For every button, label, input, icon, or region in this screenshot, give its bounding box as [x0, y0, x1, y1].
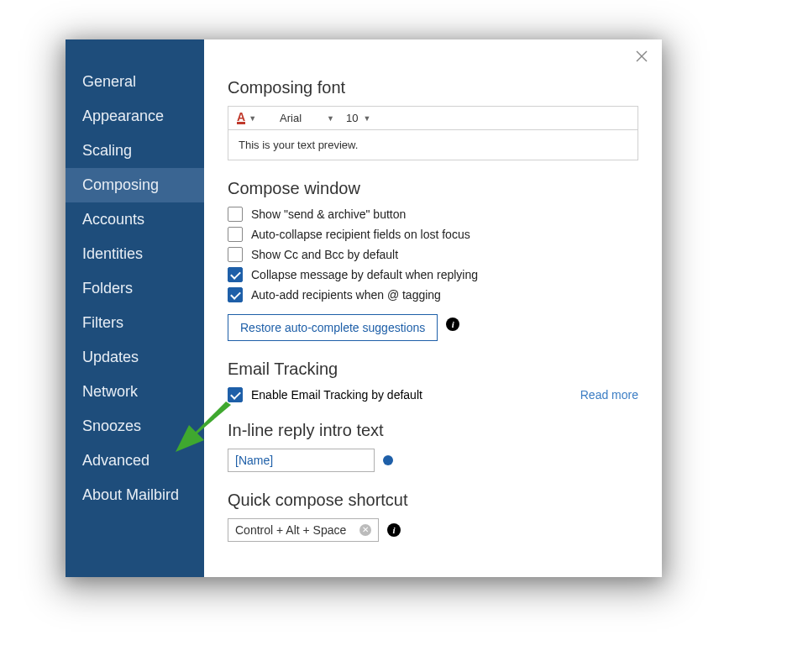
- shortcut-value: Control + Alt + Space: [235, 523, 346, 537]
- sidebar-item-snoozes[interactable]: Snoozes: [66, 409, 204, 444]
- font-size-value: 10: [346, 112, 358, 124]
- checkbox-cc-bcc[interactable]: [228, 247, 243, 262]
- sidebar-item-filters[interactable]: Filters: [66, 306, 204, 340]
- sidebar-item-about[interactable]: About Mailbird: [66, 478, 204, 512]
- clear-icon[interactable]: ✕: [359, 524, 371, 536]
- chevron-down-icon: ▼: [327, 114, 334, 123]
- sidebar-item-appearance[interactable]: Appearance: [66, 99, 204, 134]
- shortcut-input[interactable]: Control + Alt + Space ✕: [228, 518, 379, 542]
- option-label: Auto-add recipients when @ tagging: [251, 288, 441, 302]
- option-auto-collapse: Auto-collapse recipient fields on lost f…: [228, 227, 638, 242]
- checkbox-collapse-reply[interactable]: [228, 267, 243, 282]
- close-button[interactable]: [633, 50, 650, 66]
- compose-window-title: Compose window: [228, 179, 638, 198]
- sidebar-item-identities[interactable]: Identities: [66, 237, 204, 271]
- read-more-link[interactable]: Read more: [580, 388, 638, 402]
- quick-compose-title: Quick compose shortcut: [228, 491, 638, 510]
- info-icon[interactable]: i: [446, 318, 459, 331]
- sidebar-item-general[interactable]: General: [66, 65, 204, 99]
- restore-suggestions-button[interactable]: Restore auto-complete suggestions: [228, 314, 438, 341]
- inline-reply-input[interactable]: [228, 449, 375, 472]
- font-size-dropdown[interactable]: 10 ▼: [346, 112, 370, 124]
- shortcut-row: Control + Alt + Space ✕ i: [228, 518, 638, 542]
- checkbox-auto-add[interactable]: [228, 287, 243, 302]
- option-label: Enable Email Tracking by default: [251, 388, 422, 402]
- option-send-archive: Show "send & archive" button: [228, 207, 638, 222]
- main-panel: Composing font A ▼ Arial ▼ 10 ▼ This is …: [204, 39, 662, 577]
- option-cc-bcc: Show Cc and Bcc by default: [228, 247, 638, 262]
- inline-reply-title: In-line reply intro text: [228, 421, 638, 440]
- tracking-row: Enable Email Tracking by default Read mo…: [228, 387, 638, 402]
- sidebar-item-scaling[interactable]: Scaling: [66, 134, 204, 168]
- sidebar-item-composing[interactable]: Composing: [66, 168, 204, 202]
- sidebar-item-network[interactable]: Network: [66, 375, 204, 409]
- sidebar-item-folders[interactable]: Folders: [66, 271, 204, 306]
- composing-font-title: Composing font: [228, 78, 638, 97]
- font-family-dropdown[interactable]: Arial ▼: [280, 112, 334, 124]
- checkbox-email-tracking[interactable]: [228, 387, 243, 402]
- sidebar: General Appearance Scaling Composing Acc…: [66, 39, 204, 577]
- inline-reply-row: [228, 449, 638, 472]
- email-tracking-title: Email Tracking: [228, 360, 638, 379]
- settings-dialog: General Appearance Scaling Composing Acc…: [66, 39, 662, 577]
- font-family-value: Arial: [280, 112, 302, 124]
- font-preview: This is your text preview.: [228, 130, 638, 160]
- close-icon: [636, 50, 648, 62]
- sidebar-item-updates[interactable]: Updates: [66, 340, 204, 375]
- info-icon[interactable]: i: [387, 523, 401, 537]
- status-dot-icon: [383, 455, 393, 465]
- sidebar-item-advanced[interactable]: Advanced: [66, 444, 204, 478]
- font-color-icon: A: [237, 112, 245, 124]
- font-color-button[interactable]: A ▼: [237, 112, 256, 124]
- checkbox-send-archive[interactable]: [228, 207, 243, 222]
- option-auto-add: Auto-add recipients when @ tagging: [228, 287, 638, 302]
- option-label: Collapse message by default when replyin…: [251, 268, 478, 281]
- sidebar-item-accounts[interactable]: Accounts: [66, 202, 204, 237]
- checkbox-auto-collapse[interactable]: [228, 227, 243, 242]
- chevron-down-icon: ▼: [363, 114, 370, 123]
- option-collapse-reply: Collapse message by default when replyin…: [228, 267, 638, 282]
- option-label: Auto-collapse recipient fields on lost f…: [251, 228, 470, 241]
- option-label: Show Cc and Bcc by default: [251, 248, 398, 261]
- option-label: Show "send & archive" button: [251, 207, 406, 221]
- font-toolbar: A ▼ Arial ▼ 10 ▼: [228, 106, 638, 130]
- chevron-down-icon: ▼: [249, 114, 256, 123]
